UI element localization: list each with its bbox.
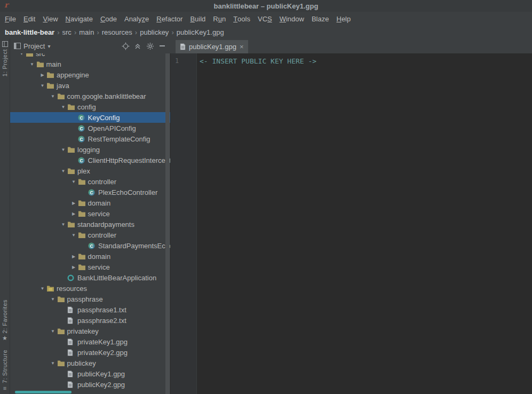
chevron-down-icon[interactable]: ▼	[70, 179, 78, 184]
tree-item-publickey[interactable]: ▼publickey	[10, 358, 170, 368]
tree-item-java[interactable]: ▼java	[10, 80, 170, 91]
chevron-down-icon[interactable]: ▼	[49, 361, 57, 366]
chevron-down-icon[interactable]: ▼	[59, 222, 67, 227]
tree-item-label: service	[88, 263, 110, 271]
tree-item-passphrase2.txt[interactable]: passphrase2.txt	[10, 315, 170, 326]
tree-item-label: passphrase2.txt	[77, 317, 126, 325]
tree-horizontal-scrollbar[interactable]	[15, 391, 72, 393]
menu-item-view[interactable]: View	[39, 12, 61, 26]
menu-item-file[interactable]: File	[1, 12, 20, 26]
class-icon: C	[78, 125, 88, 132]
menu-item-code[interactable]: Code	[97, 12, 121, 26]
breadcrumb-item-bank-little-bear[interactable]: bank-little-bear	[5, 28, 54, 36]
tree-item-privateKey1.gpg[interactable]: privateKey1.gpg	[10, 336, 170, 347]
tree-item-label: main	[46, 60, 61, 68]
tree-item-resources[interactable]: ▼resources	[10, 283, 170, 294]
project-view-selector[interactable]: Project	[23, 42, 45, 50]
stripe-label-favorites: 2: Favorites	[2, 300, 8, 333]
close-tab-icon[interactable]: ×	[240, 43, 244, 50]
tree-item-logging[interactable]: ▼logging	[10, 144, 170, 155]
tree-item-domain[interactable]: ▶domain	[10, 251, 170, 262]
breadcrumb-separator-icon: ›	[74, 28, 76, 36]
tree-item-label: privateKey1.gpg	[77, 338, 128, 346]
chevron-down-icon[interactable]: ▼	[59, 169, 67, 174]
tree-item-controller[interactable]: ▼controller	[10, 230, 170, 240]
file-icon	[67, 349, 77, 356]
locate-file-icon[interactable]	[121, 41, 130, 51]
collapse-all-icon[interactable]	[133, 41, 142, 51]
chevron-down-icon[interactable]: ▼	[70, 233, 78, 238]
stripe-button-project[interactable]: 1: Project	[2, 41, 8, 76]
tree-item-label: privatekey	[67, 327, 99, 335]
tree-item-config[interactable]: ▼config	[10, 101, 170, 112]
chevron-down-icon[interactable]: ▼	[59, 105, 67, 109]
menu-item-run[interactable]: Run	[209, 12, 229, 26]
tree-item-appengine[interactable]: ▶appengine	[10, 69, 170, 80]
tree-item-ClientHttpRequestInterceptor[interactable]: CClientHttpRequestInterceptor	[10, 155, 170, 166]
tab-publickey1-gpg[interactable]: publicKey1.gpg ×	[176, 40, 248, 53]
tree-item-src[interactable]: ▼src	[10, 53, 170, 59]
chevron-down-icon[interactable]: ▼	[59, 147, 67, 152]
breadcrumb-item-src[interactable]: src	[62, 28, 72, 36]
menu-item-window[interactable]: Window	[276, 12, 308, 26]
tree-item-domain[interactable]: ▶domain	[10, 198, 170, 208]
chevron-down-icon[interactable]: ▼	[18, 53, 26, 56]
breadcrumb-item-resources[interactable]: resources	[102, 28, 132, 36]
tree-item-controller[interactable]: ▼controller	[10, 176, 170, 187]
menu-item-analyze[interactable]: Analyze	[121, 12, 153, 26]
menu-item-build[interactable]: Build	[186, 12, 209, 26]
chevron-right-icon[interactable]: ▶	[70, 211, 78, 216]
chevron-down-icon[interactable]: ▼	[49, 329, 57, 334]
tree-item-passphrase[interactable]: ▼passphrase	[10, 294, 170, 304]
tree-item-privatekey[interactable]: ▼privatekey	[10, 326, 170, 336]
tree-item-KeyConfig[interactable]: CKeyConfig	[10, 112, 170, 123]
tree-vertical-scrollbar[interactable]	[165, 53, 170, 394]
editor-area[interactable]: 1 <- INSERT PUBLIC KEY HERE ->	[171, 53, 532, 394]
chevron-down-icon[interactable]: ▾	[47, 43, 50, 49]
package-icon	[67, 168, 77, 175]
hide-panel-icon[interactable]	[157, 41, 167, 51]
tree-item-main[interactable]: ▼main	[10, 59, 170, 69]
tree-item-label: src	[35, 53, 45, 58]
editor-content[interactable]: <- INSERT PUBLIC KEY HERE ->	[197, 53, 316, 394]
tree-item-BankLittleBearApplication[interactable]: BankLittleBearApplication	[10, 272, 170, 283]
menu-item-blaze[interactable]: Blaze	[308, 12, 333, 26]
settings-gear-icon[interactable]	[145, 41, 155, 51]
window-title: banklittlebear – publicKey1.gpg	[214, 2, 319, 10]
chevron-down-icon[interactable]: ▼	[49, 94, 57, 99]
chevron-down-icon[interactable]: ▼	[28, 62, 36, 67]
menu-item-navigate[interactable]: Navigate	[62, 12, 97, 26]
tree-item-com.google.banklittlebear[interactable]: ▼com.google.banklittlebear	[10, 91, 170, 101]
chevron-right-icon[interactable]: ▶	[70, 254, 78, 259]
chevron-right-icon[interactable]: ▶	[70, 201, 78, 206]
chevron-right-icon[interactable]: ▶	[70, 265, 78, 270]
breadcrumb-item-publicKey1.gpg[interactable]: publicKey1.gpg	[177, 28, 224, 36]
menu-item-help[interactable]: Help	[332, 12, 354, 26]
tree-item-plex[interactable]: ▼plex	[10, 166, 170, 176]
tree-item-publicKey2.gpg[interactable]: publicKey2.gpg	[10, 379, 170, 390]
chevron-down-icon[interactable]: ▼	[38, 83, 46, 88]
tree-item-RestTemplateConfig[interactable]: CRestTemplateConfig	[10, 133, 170, 144]
tree-item-StandardPaymentsEchoController[interactable]: CStandardPaymentsEchoController	[10, 240, 170, 251]
breadcrumb-item-publickey[interactable]: publickey	[140, 28, 169, 36]
menu-item-tools[interactable]: Tools	[229, 12, 254, 26]
menu-item-edit[interactable]: Edit	[20, 12, 39, 26]
tree-item-PlexEchoController[interactable]: CPlexEchoController	[10, 187, 170, 198]
tree-item-label: OpenAPIConfig	[88, 124, 136, 132]
tree-item-service[interactable]: ▶service	[10, 262, 170, 272]
stripe-button-favorites[interactable]: 2: Favorites ★	[2, 300, 8, 341]
stripe-button-structure[interactable]: 7: Structure ≡	[2, 350, 8, 391]
chevron-down-icon[interactable]: ▼	[49, 297, 57, 302]
tree-item-standardpayments[interactable]: ▼standardpayments	[10, 219, 170, 230]
chevron-right-icon[interactable]: ▶	[38, 73, 46, 77]
menu-item-vcs[interactable]: VCS	[254, 12, 276, 26]
chevron-down-icon[interactable]: ▼	[38, 286, 46, 291]
menu-item-refactor[interactable]: Refactor	[153, 12, 186, 26]
tree-item-passphrase1.txt[interactable]: passphrase1.txt	[10, 304, 170, 315]
tree-item-publicKey1.gpg[interactable]: publicKey1.gpg	[10, 368, 170, 379]
tree-item-service[interactable]: ▶service	[10, 208, 170, 219]
project-panel-icon	[14, 43, 21, 49]
tree-item-privateKey2.gpg[interactable]: privateKey2.gpg	[10, 347, 170, 358]
tree-item-OpenAPIConfig[interactable]: COpenAPIConfig	[10, 123, 170, 133]
breadcrumb-item-main[interactable]: main	[79, 28, 94, 36]
